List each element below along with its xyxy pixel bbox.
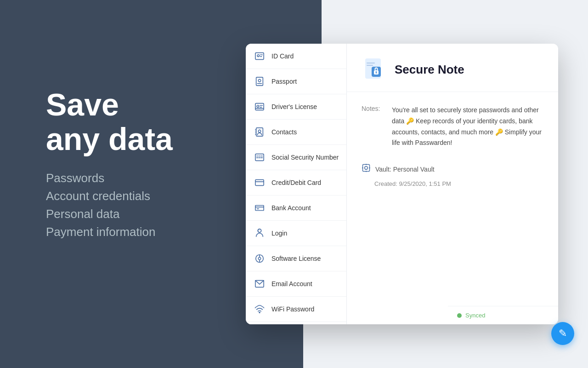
drivers-license-icon: [253, 100, 266, 113]
menu-label-login: Login: [271, 230, 287, 237]
svg-rect-48: [376, 73, 377, 74]
hero-section: Save any data Passwords Account credenti…: [46, 87, 173, 243]
ssn-icon: [253, 151, 266, 164]
created-text: Created: 9/25/2020, 1:51 PM: [374, 180, 543, 187]
svg-point-16: [258, 130, 261, 132]
hero-list-item-4: Payment information: [46, 225, 173, 239]
menu-item-id-card[interactable]: ID Card: [246, 44, 346, 69]
menu-item-drivers-license[interactable]: Driver's License: [246, 94, 346, 120]
svg-rect-17: [255, 154, 264, 161]
svg-point-31: [258, 257, 261, 260]
menu-label-passport: Passport: [271, 78, 297, 85]
menu-item-credit-card[interactable]: Credit/Debit Card: [246, 170, 346, 196]
svg-point-52: [365, 167, 368, 170]
menu-label-id-card: ID Card: [271, 52, 294, 60]
vault-icon: [362, 163, 371, 175]
svg-rect-4: [256, 77, 263, 86]
detail-title: Secure Note: [395, 63, 464, 77]
hero-title: Save any data: [46, 87, 173, 156]
svg-rect-51: [363, 165, 370, 172]
menu-label-bank-account: Bank Account: [271, 204, 311, 212]
menu-label-drivers-license: Driver's License: [271, 103, 317, 110]
hero-list-item-1: Passwords: [46, 171, 173, 185]
passport-icon: [253, 75, 266, 88]
svg-point-8: [257, 105, 259, 108]
sync-text: Synced: [465, 312, 485, 319]
menu-label-email-account: Email Account: [271, 280, 312, 288]
id-card-icon: [253, 50, 266, 63]
menu-panel: ID Card Passport Driver's License: [246, 44, 347, 324]
svg-point-5: [258, 79, 261, 82]
menu-item-email-account[interactable]: Email Account: [246, 271, 346, 297]
sync-indicator: [457, 313, 462, 318]
bank-account-icon: [253, 201, 266, 214]
email-account-icon: [253, 277, 266, 290]
menu-label-contacts: Contacts: [271, 128, 297, 136]
notes-text: You're all set to securely store passwor…: [392, 105, 543, 149]
detail-header: Secure Note: [347, 44, 558, 92]
login-icon: [253, 227, 266, 240]
menu-label-ssn: Social Security Number: [271, 154, 339, 161]
vault-text: Vault: Personal Vault: [375, 166, 435, 173]
detail-panel: Secure Note Notes: You're all set to sec…: [347, 44, 558, 324]
edit-icon: ✎: [559, 328, 567, 339]
notes-label: Notes:: [362, 105, 384, 149]
notes-row: Notes: You're all set to securely store …: [362, 105, 543, 149]
menu-label-software-license: Software License: [271, 255, 321, 262]
hero-list-item-2: Account credentials: [46, 189, 173, 203]
hero-list: Passwords Account credentials Personal d…: [46, 171, 173, 239]
menu-item-contacts[interactable]: Contacts: [246, 120, 346, 145]
svg-point-29: [258, 229, 261, 232]
menu-item-software-license[interactable]: Software License: [246, 246, 346, 271]
svg-point-1: [257, 55, 260, 57]
detail-body: Notes: You're all set to securely store …: [347, 92, 558, 324]
menu-label-wifi-password: WiFi Password: [271, 305, 314, 313]
secure-note-icon: [362, 57, 387, 82]
app-window: ID Card Passport Driver's License: [246, 44, 558, 324]
svg-rect-26: [255, 206, 264, 211]
menu-item-secure-notes[interactable]: Secure Notes: [246, 322, 346, 324]
svg-rect-24: [255, 180, 264, 186]
menu-item-bank-account[interactable]: Bank Account: [246, 196, 346, 221]
hero-list-item-3: Personal data: [46, 207, 173, 221]
fab-edit-button[interactable]: ✎: [551, 322, 574, 345]
contacts-icon: [253, 126, 266, 138]
status-bar: Synced: [448, 306, 558, 324]
menu-item-wifi-password[interactable]: WiFi Password: [246, 297, 346, 322]
vault-row: Vault: Personal Vault: [362, 163, 543, 175]
wifi-password-icon: [253, 303, 266, 316]
menu-label-credit-card: Credit/Debit Card: [271, 179, 321, 186]
menu-item-passport[interactable]: Passport: [246, 69, 346, 94]
menu-item-login[interactable]: Login: [246, 221, 346, 246]
detail-meta: Vault: Personal Vault Created: 9/25/2020…: [362, 163, 543, 187]
menu-item-ssn[interactable]: Social Security Number: [246, 145, 346, 170]
software-license-icon: [253, 252, 266, 265]
svg-point-35: [259, 312, 260, 313]
credit-card-icon: [253, 176, 266, 189]
